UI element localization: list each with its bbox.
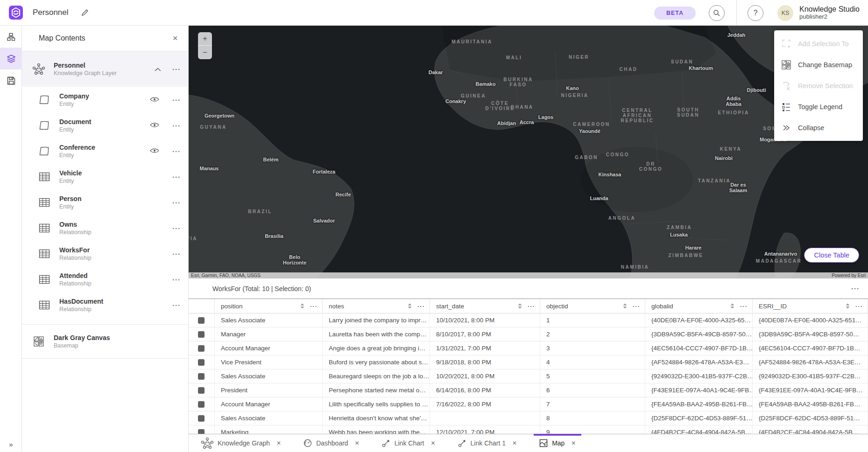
layer-options-icon[interactable]: ··· (172, 224, 181, 232)
zoom-in-button[interactable]: + (198, 32, 212, 46)
layer-row-person[interactable]: PersonEntity··· (22, 189, 188, 215)
basemap-row[interactable]: Dark Gray CanvasBasemap (22, 325, 188, 358)
app-header: Personnel BETA ? KS Knowledge Studio pub… (0, 0, 868, 26)
sort-icon[interactable] (300, 303, 304, 309)
sort-icon[interactable] (623, 303, 627, 309)
layer-options-icon[interactable]: ··· (172, 275, 181, 283)
avatar[interactable]: KS (777, 5, 793, 21)
row-checkbox[interactable] (198, 387, 205, 394)
layer-row-vehicle[interactable]: VehicleEntity··· (22, 164, 188, 189)
edit-title-icon[interactable] (81, 8, 89, 17)
layer-options-icon[interactable]: ··· (172, 121, 181, 129)
column-options-icon[interactable]: ··· (528, 303, 535, 310)
layer-row-hasdocument[interactable]: HasDocumentRelationship··· (22, 292, 188, 318)
table-row[interactable]: Account ManagerLilith specifically sells… (189, 397, 868, 411)
close-table-button[interactable]: Close Table (804, 248, 859, 263)
tab-map[interactable]: Map✕ (534, 434, 581, 452)
tab-link-chart-1[interactable]: Link Chart 1✕ (452, 434, 523, 452)
data-model-button[interactable] (0, 26, 22, 48)
tab-close-icon[interactable]: ✕ (571, 440, 576, 446)
row-select-cell[interactable] (189, 369, 215, 383)
collapse-layer-icon[interactable] (155, 65, 161, 73)
tab-close-icon[interactable]: ✕ (431, 440, 436, 446)
tab-close-icon[interactable]: ✕ (276, 440, 281, 446)
layer-options-icon[interactable]: ··· (172, 173, 181, 181)
layer-row-worksfor[interactable]: WorksForRelationship··· (22, 241, 188, 266)
row-checkbox[interactable] (198, 345, 205, 352)
table-row[interactable]: ManagerLauretta has been with the comp…8… (189, 327, 868, 341)
map-contents-button[interactable] (0, 48, 22, 70)
sort-icon[interactable] (408, 303, 412, 309)
row-select-cell[interactable] (189, 313, 215, 327)
menu-item-collapse[interactable]: Collapse (774, 117, 863, 138)
row-select-cell[interactable] (189, 397, 215, 411)
row-checkbox[interactable] (198, 373, 205, 380)
layer-row-document[interactable]: DocumentEntity··· (22, 112, 188, 138)
tab-close-icon[interactable]: ✕ (355, 440, 360, 446)
column-options-icon[interactable]: ··· (310, 303, 318, 310)
column-header-notes[interactable]: notes··· (323, 299, 430, 313)
layer-options-icon[interactable]: ··· (172, 198, 181, 206)
table-row[interactable]: PresidentPersephone started new metal o…… (189, 383, 868, 397)
table-row[interactable]: Sales AssociateLarry joined the company … (189, 313, 868, 327)
layer-type: Entity (59, 101, 89, 107)
row-checkbox[interactable] (198, 317, 205, 324)
column-options-icon[interactable]: ··· (740, 303, 748, 310)
column-options-icon[interactable]: ··· (417, 303, 425, 310)
row-checkbox[interactable] (198, 401, 205, 408)
column-options-icon[interactable]: ··· (855, 303, 863, 310)
row-select-cell[interactable] (189, 425, 215, 434)
column-header-esri_id[interactable]: ESRI__ID··· (753, 299, 868, 313)
column-header-globalid[interactable]: globalid··· (645, 299, 753, 313)
sort-icon[interactable] (730, 303, 734, 309)
column-header-position[interactable]: position··· (215, 299, 323, 313)
layer-options-icon[interactable]: ··· (172, 96, 181, 104)
layer-row-parent[interactable]: PersonnelKnowledge Graph Layer··· (22, 51, 188, 87)
tab-close-icon[interactable]: ✕ (512, 440, 517, 446)
app-logo-icon[interactable] (9, 6, 23, 20)
row-select-cell[interactable] (189, 341, 215, 355)
layer-options-icon[interactable]: ··· (172, 301, 181, 309)
table-row[interactable]: MarketingWebb has been working with the…… (189, 425, 868, 434)
tab-link-chart[interactable]: Link Chart✕ (376, 434, 441, 452)
layer-row-attended[interactable]: AttendedRelationship··· (22, 266, 188, 292)
layer-options-icon[interactable]: ··· (172, 65, 181, 73)
table-row[interactable]: Sales AssociateHenrietta doesn't know wh… (189, 411, 868, 425)
search-button[interactable] (709, 5, 725, 21)
row-checkbox[interactable] (198, 415, 205, 422)
row-checkbox[interactable] (198, 359, 205, 366)
table-options-icon[interactable]: ··· (851, 285, 860, 292)
tab-dashboard[interactable]: Dashboard✕ (298, 434, 365, 452)
layer-row-company[interactable]: CompanyEntity··· (22, 87, 188, 112)
column-header-objectid[interactable]: objectid··· (540, 299, 645, 313)
menu-item-toggle-legend[interactable]: Toggle Legend (774, 96, 863, 117)
table-row[interactable]: Account ManagerAngie does a great job br… (189, 341, 868, 355)
sort-icon[interactable] (846, 303, 850, 309)
layer-options-icon[interactable]: ··· (172, 147, 181, 155)
rail-expand-icon[interactable]: » (0, 440, 22, 448)
row-checkbox[interactable] (198, 331, 205, 338)
visibility-toggle[interactable] (150, 121, 159, 130)
save-button[interactable] (0, 70, 22, 91)
help-button[interactable]: ? (748, 5, 763, 21)
row-select-cell[interactable] (189, 327, 215, 341)
tab-knowledge-graph[interactable]: Knowledge Graph✕ (196, 434, 287, 452)
column-header-start_date[interactable]: start_date··· (430, 299, 540, 313)
visibility-toggle[interactable] (150, 147, 159, 155)
table-row[interactable]: Vice PresidentBuford is very passionate … (189, 355, 868, 369)
column-options-icon[interactable]: ··· (633, 303, 640, 310)
close-panel-icon[interactable]: ✕ (172, 35, 178, 42)
row-checkbox[interactable] (198, 429, 205, 434)
visibility-toggle[interactable] (150, 96, 159, 104)
menu-item-change-basemap[interactable]: Change Basemap (774, 54, 863, 75)
row-select-cell[interactable] (189, 411, 215, 425)
row-select-cell[interactable] (189, 355, 215, 369)
zoom-out-button[interactable]: − (198, 46, 212, 59)
layer-options-icon[interactable]: ··· (172, 250, 181, 257)
layer-row-owns[interactable]: OwnsRelationship··· (22, 215, 188, 241)
sort-icon[interactable] (518, 303, 522, 309)
table-row[interactable]: Sales AssociateBeauregard sleeps on the … (189, 369, 868, 383)
map-view[interactable]: MAURITANIAMALINIGERCHADSUDANBURKINA FASO… (189, 26, 868, 278)
layer-row-conference[interactable]: ConferenceEntity··· (22, 138, 188, 164)
row-select-cell[interactable] (189, 383, 215, 397)
